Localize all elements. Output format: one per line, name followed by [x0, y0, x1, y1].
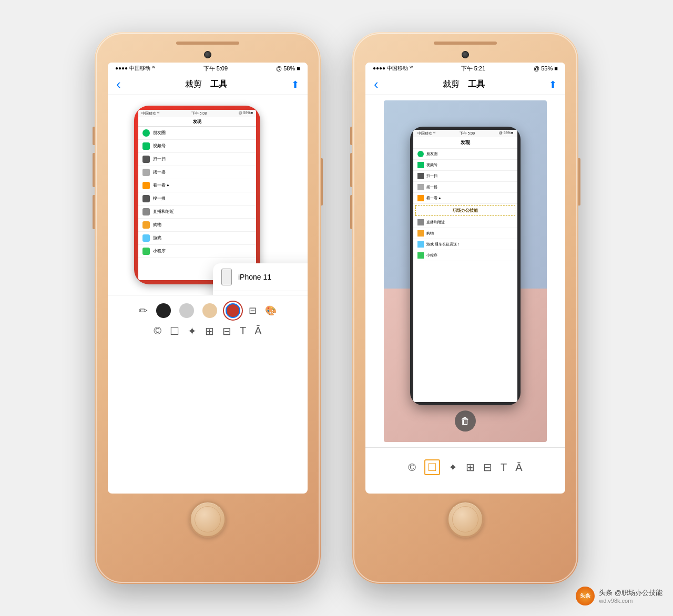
- list-item: 购物: [138, 219, 256, 232]
- right-battery: @ 55% ■: [534, 65, 558, 71]
- text-icon[interactable]: T: [240, 325, 246, 337]
- color-darkgray[interactable]: [156, 303, 171, 318]
- left-screenshot-area: 中国移动 ᵂ下午 5:08@ 59%■ 发现 朋友圈 视频号: [108, 95, 308, 295]
- right-phone: ●●●● 中国移动 ᵂ 下午 5:21 @ 55% ■ ‹ 裁剪 工具 ⬆: [352, 32, 578, 584]
- canvas-list-item: 朋友圈: [413, 149, 517, 160]
- watermark: 头条 头条 @职场办公技能 wd.v98k.com: [576, 587, 662, 605]
- left-nav-bar: ‹ 裁剪 工具 ⬆: [108, 74, 308, 95]
- canvas-list-item: 直播和附近: [413, 217, 517, 228]
- left-front-camera: [204, 51, 211, 58]
- watermark-url: wd.v98k.com: [599, 598, 662, 604]
- magic-icon[interactable]: ✦: [188, 325, 197, 337]
- left-signal: ●●●● 中国移动 ᵂ: [115, 65, 155, 72]
- left-tools-row: © ☐ ✦ ⊞ ⊟ T Ā: [108, 325, 308, 337]
- left-share-button[interactable]: ⬆: [291, 79, 299, 90]
- left-status-bar: ●●●● 中国移动 ᵂ 下午 5:09 @ 58% ■: [108, 63, 308, 74]
- canvas-list-item: 购物: [413, 228, 517, 239]
- pencil-icon[interactable]: ✏: [139, 304, 148, 317]
- right-front-camera: [462, 51, 469, 58]
- right-screen-content: 中国移动 ᵂ下午 5:09@ 59%■ 发现 朋友圈 视频号: [365, 95, 565, 487]
- right-nav-bar: ‹ 裁剪 工具 ⬆: [365, 74, 565, 95]
- iphone11-label: iPhone 11: [238, 272, 271, 282]
- right-grid-icon[interactable]: ⊞: [466, 461, 475, 474]
- left-phone: ●●●● 中国移动 ᵂ 下午 5:09 @ 58% ■ ‹ 裁剪 工具 ⬆: [95, 32, 321, 584]
- canvas-list-item: 摇一摇: [413, 182, 517, 193]
- canvas-list-item: 小程序: [413, 250, 517, 261]
- right-tools-row: © ☐ ✦ ⊞ ⊟ T Ā: [365, 459, 565, 475]
- right-nav-title: 裁剪 工具: [443, 79, 485, 90]
- watermark-logo: 头条: [576, 587, 595, 605]
- canvas-list-item: 看一看 ●: [413, 193, 517, 204]
- left-phone-top: [95, 51, 321, 58]
- device-dropdown: iPhone 11 iPhone XR iPhone SE （第二代）: [213, 263, 308, 295]
- left-home-button[interactable]: [189, 501, 226, 538]
- canvas-inner-phone: 中国移动 ᵂ下午 5:09@ 59%■ 发现 朋友圈 视频号: [410, 127, 521, 405]
- right-frame-icon[interactable]: ⊟: [483, 461, 492, 474]
- palette-icon[interactable]: 🎨: [265, 305, 277, 316]
- list-item: 朋友圈: [138, 127, 256, 140]
- list-item: 搜一搜: [138, 192, 256, 206]
- right-phone-speaker: [434, 42, 497, 45]
- frame-icon[interactable]: ⊟: [249, 305, 257, 316]
- list-item: 摇一摇: [138, 166, 256, 179]
- copyright-icon[interactable]: ©: [154, 325, 161, 337]
- iphone11-icon: [221, 269, 232, 285]
- device-frame-icon[interactable]: ☐: [170, 325, 179, 337]
- right-copyright-icon[interactable]: ©: [408, 461, 416, 474]
- right-text-icon[interactable]: T: [501, 461, 507, 474]
- dropdown-item-iphonexr[interactable]: iPhone XR: [213, 291, 308, 295]
- right-device-frame-icon[interactable]: ☐: [424, 459, 440, 475]
- right-canvas-area: 中国移动 ᵂ下午 5:09@ 59%■ 发现 朋友圈 视频号: [365, 95, 565, 447]
- right-status-bar: ●●●● 中国移动 ᵂ 下午 5:21 @ 55% ■: [365, 63, 565, 74]
- right-home-button[interactable]: [447, 501, 484, 538]
- left-phone-speaker: [176, 42, 239, 45]
- watermark-text: 头条 @职场办公技能: [599, 588, 662, 598]
- canvas-list-item: 游戏 通车长征员送！: [413, 239, 517, 250]
- canvas-phone-nav: 发现: [413, 137, 517, 149]
- left-back-button[interactable]: ‹: [116, 76, 121, 93]
- left-bottom-toolbar: ✏ ⊟ 🎨 © ☐ ✦ ⊞ ⊟ T Ā: [108, 295, 308, 345]
- list-item: 游戏: [138, 232, 256, 245]
- text-overlay-inner: 职场办公技能: [415, 205, 515, 216]
- color-red[interactable]: [226, 303, 240, 318]
- right-signal: ●●●● 中国移动 ᵂ: [373, 65, 413, 72]
- inner-nav: 发现: [138, 117, 256, 127]
- left-nav-title: 裁剪 工具: [185, 79, 227, 90]
- color-skin[interactable]: [202, 303, 217, 318]
- list-item: 视频号: [138, 140, 256, 153]
- canvas-list-item: 视频号: [413, 160, 517, 171]
- inner-iphone-left: 中国移动 ᵂ下午 5:08@ 59%■ 发现 朋友圈 视频号: [134, 106, 260, 284]
- left-screen-content: 中国移动 ᵂ下午 5:08@ 59%■ 发现 朋友圈 视频号: [108, 95, 308, 345]
- right-canvas: 中国移动 ᵂ下午 5:09@ 59%■ 发现 朋友圈 视频号: [379, 95, 552, 447]
- right-bottom-toolbar: © ☐ ✦ ⊞ ⊟ T Ā: [365, 447, 565, 487]
- list-item: 直播和附近: [138, 206, 256, 219]
- canvas-list-item: 扫一扫: [413, 171, 517, 182]
- font-icon[interactable]: Ā: [254, 325, 261, 337]
- right-share-button[interactable]: ⬆: [549, 79, 557, 90]
- left-color-row: ✏ ⊟ 🎨: [108, 303, 308, 318]
- list-item: 扫一扫: [138, 153, 256, 166]
- right-phone-screen: ●●●● 中国移动 ᵂ 下午 5:21 @ 55% ■ ‹ 裁剪 工具 ⬆: [365, 63, 565, 494]
- right-font-icon[interactable]: Ā: [515, 461, 522, 474]
- list-item: 看一看 ●: [138, 179, 256, 192]
- delete-button[interactable]: 🗑: [455, 410, 476, 432]
- dropdown-item-iphone11[interactable]: iPhone 11: [213, 263, 308, 291]
- right-phone-top: [352, 51, 578, 58]
- right-magic-icon[interactable]: ✦: [448, 461, 457, 474]
- color-lightgray[interactable]: [179, 303, 194, 318]
- grid-icon[interactable]: ⊞: [205, 325, 214, 337]
- list-item: 小程序: [138, 245, 256, 258]
- right-back-button[interactable]: ‹: [374, 76, 379, 93]
- frame-icon2[interactable]: ⊟: [222, 325, 231, 337]
- left-time: 下午 5:09: [203, 65, 228, 73]
- right-time: 下午 5:21: [461, 65, 485, 73]
- inner-status: 中国移动 ᵂ下午 5:08@ 59%■: [138, 110, 256, 117]
- canvas-phone-status: 中国移动 ᵂ下午 5:09@ 59%■: [413, 130, 517, 137]
- left-battery: @ 58% ■: [276, 65, 300, 71]
- left-phone-screen: ●●●● 中国移动 ᵂ 下午 5:09 @ 58% ■ ‹ 裁剪 工具 ⬆: [108, 63, 308, 494]
